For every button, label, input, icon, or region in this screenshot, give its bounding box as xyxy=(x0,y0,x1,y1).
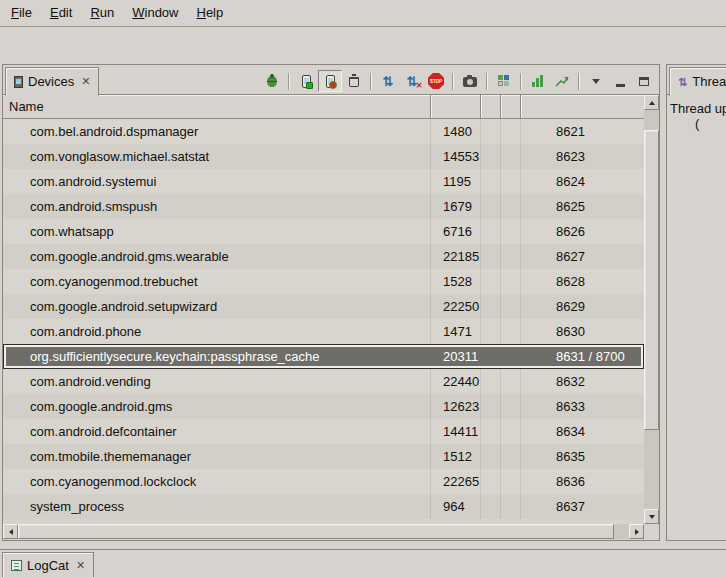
column-guide xyxy=(430,119,431,519)
process-name: com.bel.android.dspmanager xyxy=(30,119,198,144)
cause-gc-button[interactable] xyxy=(342,70,366,92)
process-pid: 6716 xyxy=(443,219,472,244)
process-port: 8636 xyxy=(556,469,585,494)
process-port: 8621 xyxy=(556,119,585,144)
devices-toolbar: STOP xyxy=(260,69,656,93)
scroll-down-button[interactable] xyxy=(644,509,659,524)
scroll-up-button[interactable] xyxy=(644,95,659,110)
screen-capture-button[interactable] xyxy=(458,70,482,92)
stop-threads-icon xyxy=(407,75,418,88)
process-port: 8627 xyxy=(556,244,585,269)
table-row[interactable]: com.android.defcontainer 14411 8634 xyxy=(3,419,644,444)
view-hierarchy-button[interactable] xyxy=(492,70,516,92)
toolbar-separator xyxy=(370,73,372,90)
process-pid: 22440 xyxy=(443,369,479,394)
tab-threads[interactable]: Threa xyxy=(669,67,726,96)
name-column-header: Name xyxy=(3,99,44,114)
process-name: com.google.android.gms xyxy=(30,394,172,419)
table-row[interactable]: org.sufficientlysecure.keychain:passphra… xyxy=(3,344,644,369)
threads-message-line2: ( xyxy=(667,116,726,131)
table-row[interactable]: com.cyanogenmod.trebuchet 1528 8628 xyxy=(3,269,644,294)
process-pid: 1195 xyxy=(443,169,471,194)
table-row[interactable]: com.android.phone 1471 8630 xyxy=(3,319,644,344)
table-header[interactable]: Name xyxy=(3,95,644,119)
process-pid: 12623 xyxy=(443,394,479,419)
debug-button[interactable] xyxy=(260,70,284,92)
process-name: com.android.vending xyxy=(30,369,151,394)
table-row[interactable]: com.tmobile.thememanager 1512 8635 xyxy=(3,444,644,469)
vertical-scroll-thumb[interactable] xyxy=(644,130,659,430)
arrow-left-icon xyxy=(9,529,13,535)
empty-toolbar-strip xyxy=(0,27,726,63)
method-profiling-chart-button[interactable] xyxy=(550,70,574,92)
horizontal-scroll-thumb[interactable] xyxy=(18,524,614,539)
process-pid: 14411 xyxy=(443,419,478,444)
menu-file[interactable]: File xyxy=(2,0,41,26)
close-icon[interactable]: ✕ xyxy=(79,75,90,88)
menu-edit[interactable]: Edit xyxy=(41,0,81,26)
process-name: com.android.phone xyxy=(30,319,141,344)
table-row[interactable]: com.cyanogenmod.lockclock 22265 8636 xyxy=(3,469,644,494)
process-pid: 20311 xyxy=(443,344,478,369)
table-row[interactable]: com.android.vending 22440 8632 xyxy=(3,369,644,394)
tab-logcat[interactable]: LogCat ✕ xyxy=(2,552,94,577)
scroll-right-button[interactable] xyxy=(629,524,644,539)
workbench-area: Devices ✕ STOP xyxy=(0,63,726,543)
table-rows: com.bel.android.dspmanager 1480 8621 com… xyxy=(3,119,644,519)
table-row[interactable]: com.bel.android.dspmanager 1480 8621 xyxy=(3,119,644,144)
process-port: 8628 xyxy=(556,269,585,294)
table-row[interactable]: com.google.android.gms 12623 8633 xyxy=(3,394,644,419)
update-heap-button[interactable] xyxy=(294,70,318,92)
scroll-left-button[interactable] xyxy=(3,524,18,539)
vertical-scrollbar[interactable] xyxy=(644,95,659,524)
threads-tab-label: Threa xyxy=(692,74,726,89)
threads-message: Thread up ( xyxy=(667,95,726,131)
threads-tabbar: Threa xyxy=(667,65,726,95)
process-pid: 964 xyxy=(443,494,465,519)
process-pid: 14553 xyxy=(443,144,479,169)
process-port: 8637 xyxy=(556,494,585,519)
stop-threads-button[interactable] xyxy=(400,70,424,92)
horizontal-scrollbar[interactable] xyxy=(3,524,644,539)
view-menu-button[interactable] xyxy=(584,70,608,92)
column-resizer[interactable] xyxy=(500,95,502,118)
update-threads-button[interactable] xyxy=(376,70,400,92)
table-row[interactable]: com.android.smspush 1679 8625 xyxy=(3,194,644,219)
table-row[interactable]: com.vonglasow.michael.satstat 14553 8623 xyxy=(3,144,644,169)
menu-window[interactable]: Window xyxy=(123,0,187,26)
table-row[interactable]: com.google.android.setupwizard 22250 862… xyxy=(3,294,644,319)
table-row[interactable]: com.google.android.gms.wearable 22185 86… xyxy=(3,244,644,269)
column-resizer[interactable] xyxy=(430,95,432,118)
maximize-button[interactable] xyxy=(632,70,656,92)
minimize-button[interactable] xyxy=(608,70,632,92)
view-menu-icon xyxy=(592,79,600,84)
close-icon[interactable]: ✕ xyxy=(74,559,85,572)
process-port: 8625 xyxy=(556,194,585,219)
column-resizer[interactable] xyxy=(520,95,522,118)
table-row[interactable]: system_process 964 8637 xyxy=(3,494,644,519)
process-port: 8630 xyxy=(556,319,585,344)
arrow-up-icon xyxy=(649,101,655,105)
toolbar-separator xyxy=(452,73,454,90)
process-name: com.tmobile.thememanager xyxy=(30,444,191,469)
column-resizer[interactable] xyxy=(480,95,482,118)
method-profiling-button[interactable] xyxy=(526,70,550,92)
maximize-icon xyxy=(639,77,649,86)
dump-hprof-button[interactable] xyxy=(318,70,342,92)
process-port: 8626 xyxy=(556,219,585,244)
menu-help[interactable]: Help xyxy=(187,0,232,26)
screen-capture-icon xyxy=(463,77,477,87)
process-name: com.android.systemui xyxy=(30,169,156,194)
table-row[interactable]: com.whatsapp 6716 8626 xyxy=(3,219,644,244)
tab-devices[interactable]: Devices ✕ xyxy=(5,67,99,96)
stop-process-icon: STOP xyxy=(428,73,444,89)
process-name: com.google.android.gms.wearable xyxy=(30,244,229,269)
dump-hprof-icon xyxy=(326,75,335,88)
toolbar-separator xyxy=(486,73,488,90)
process-name: com.cyanogenmod.lockclock xyxy=(30,469,196,494)
stop-process-button[interactable]: STOP xyxy=(424,70,448,92)
toolbar-separator xyxy=(578,73,580,90)
table-row[interactable]: com.android.systemui 1195 8624 xyxy=(3,169,644,194)
menu-run[interactable]: Run xyxy=(81,0,123,26)
process-port: 8629 xyxy=(556,294,585,319)
